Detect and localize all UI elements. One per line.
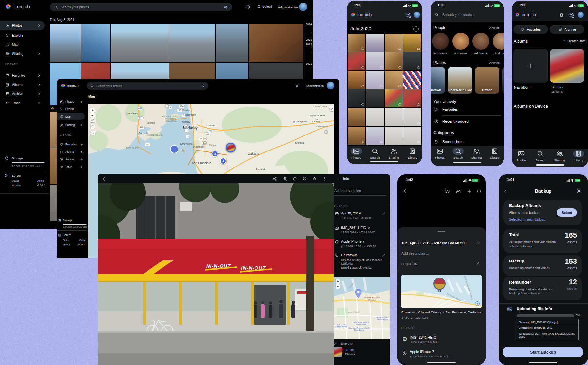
scrubber-year-label[interactable]: 2021 [306,62,312,65]
info-icon[interactable] [80,151,83,153]
info-icon[interactable] [37,92,40,95]
trash-icon[interactable] [312,177,317,181]
add-name-label[interactable]: Add name [452,52,469,55]
zoom-in-icon[interactable] [283,177,287,181]
photo-tile[interactable] [348,52,365,70]
screenshots-row[interactable]: Screenshots [431,138,504,146]
sidebar-item-albums[interactable]: Albums [0,80,45,89]
avatar[interactable] [299,3,307,11]
photo-tile[interactable] [366,34,384,52]
theme-toggle-sun-icon[interactable] [295,84,299,88]
sidebar-item-map[interactable]: Map [0,40,45,49]
start-backup-button[interactable]: Start Backup [503,347,583,357]
zoom-out-button[interactable]: − [336,284,340,289]
edit-location-pencil-icon[interactable] [382,254,385,257]
photo-thumbnail[interactable] [216,24,248,62]
info-icon[interactable] [80,166,83,168]
place-tile[interactable]: Chinatown [431,67,445,94]
people-view-all[interactable]: View all [489,26,500,30]
tab-photos[interactable]: Photos [512,150,531,167]
album-link[interactable]: SF Trip [345,348,355,352]
zoom-in-button[interactable]: + [336,279,340,284]
map-cluster-marker[interactable]: 4 [220,158,226,164]
search-input[interactable]: Search your photos [442,13,473,17]
more-options-icon[interactable] [322,177,326,181]
attribution-info-icon[interactable]: i [475,301,480,306]
upload-button[interactable]: Upload [257,4,272,8]
photo-tile[interactable] [385,89,403,107]
select-button[interactable]: Select [557,208,577,217]
zoom-in-button[interactable]: + [90,108,95,113]
share-icon[interactable] [273,177,277,181]
photo-tile[interactable] [348,89,365,107]
scrubber-year-label[interactable]: 2023 [306,38,312,41]
tab-photos[interactable]: Photos [347,148,366,164]
photo-thumbnail[interactable] [169,24,215,62]
photo-tile[interactable] [385,71,403,89]
cloud-upload-icon[interactable] [456,189,461,194]
add-name-label[interactable]: Add name [493,52,504,55]
sidebar-item-photos[interactable]: Photos [57,98,85,105]
sidebar-item-sharing[interactable]: Sharing [0,49,45,58]
scrubber-year-label[interactable]: 2022 [306,43,312,46]
info-icon[interactable] [80,143,83,146]
map-photo-marker[interactable] [226,143,236,152]
place-tile[interactable]: Omaha [475,67,499,94]
sidebar-item-favorites[interactable]: Favorites [57,141,85,148]
description-input[interactable]: Add description... [401,251,429,255]
home-indicator[interactable] [536,164,564,166]
sidebar-item-archive[interactable]: Archive [57,156,85,163]
favorites-button[interactable]: Favorites [513,25,548,34]
info-icon[interactable] [80,124,83,126]
map-settings-button[interactable] [330,106,334,111]
tab-library[interactable]: Library [486,148,504,166]
place-tile[interactable]: Pi [502,67,504,94]
photo-tile[interactable] [348,108,365,126]
photo-tile[interactable] [403,127,421,145]
clear-filter-button[interactable] [91,124,95,129]
sidebar-item-explore[interactable]: Explore [57,106,85,112]
album-name[interactable]: SF Trip [551,85,563,89]
back-chevron-icon[interactable] [402,189,407,194]
person-face[interactable] [452,33,469,50]
year-scrubber[interactable]: 2024202320222021 [302,12,313,78]
edit-date-pencil-icon[interactable] [476,241,480,245]
person-face[interactable] [472,33,489,50]
drag-handle[interactable] [438,231,445,232]
theme-toggle-sun-icon[interactable] [246,5,251,9]
add-to-album-icon[interactable] [467,189,472,194]
info-icon[interactable] [477,189,481,194]
gear-icon[interactable] [576,188,581,194]
sort-button[interactable]: Created date [563,40,586,43]
info-icon[interactable] [37,83,40,86]
photo-tile[interactable] [403,52,421,70]
new-album-tile[interactable] [513,49,548,83]
photo-tile[interactable] [348,34,365,52]
album-tile-sf-trip[interactable] [550,49,584,83]
favorite-heart-icon[interactable] [445,189,450,194]
photo-canvas[interactable]: IN-N-OUT IN-N-OUT [98,183,334,365]
photo-tile[interactable] [348,71,365,89]
photo-tile[interactable] [366,89,384,107]
photo-tile[interactable] [403,89,421,107]
map-cluster-marker[interactable] [170,145,178,153]
favorite-heart-icon[interactable] [302,177,307,181]
home-indicator[interactable] [370,161,398,162]
album-thumbnail[interactable] [334,347,342,357]
photo-area[interactable] [397,196,486,227]
description-input[interactable]: Add a description [334,189,361,193]
photo-thumbnail[interactable] [81,24,110,62]
person-face[interactable] [493,33,504,50]
info-icon[interactable] [80,158,83,161]
administration-link[interactable]: Administration [278,5,298,9]
photo-tile[interactable] [366,71,384,89]
sidebar-item-archive[interactable]: Archive [0,89,45,98]
filter-sliders-icon[interactable] [224,5,228,9]
tab-photos[interactable]: Photos [431,148,449,166]
map-cluster-marker[interactable]: 3 [212,151,218,157]
photo-tile[interactable] [348,127,365,145]
place-tile[interactable]: Near North Side [448,67,472,94]
places-view-all[interactable]: View all [489,61,500,65]
location-map[interactable]: + − FISHERMAN'S WHARF Pier 45 Beach Stre… [334,277,390,339]
fullscreen-button[interactable] [91,131,95,135]
